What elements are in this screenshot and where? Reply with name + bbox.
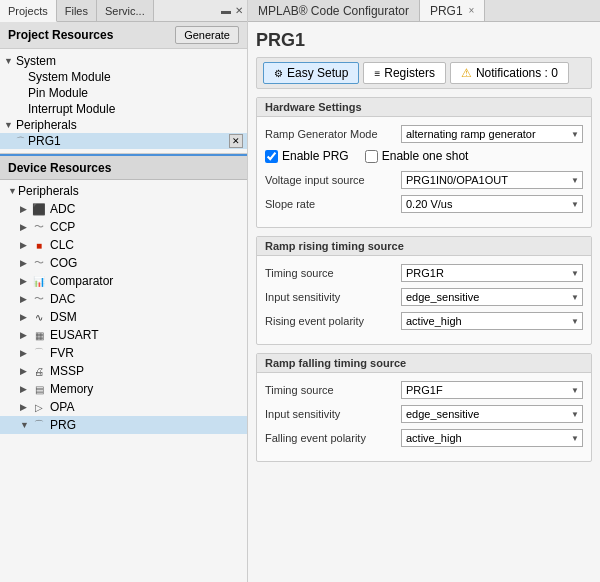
ccp-icon: 〜 [30,220,48,234]
dev-item-eusart[interactable]: ▶ ▦ EUSART [0,326,247,344]
dev-item-memory[interactable]: ▶ ▤ Memory [0,380,247,398]
label-interrupt-module: Interrupt Module [28,102,243,116]
dev-arrow-peripherals: ▼ [8,186,18,196]
dev-item-peripherals[interactable]: ▼ Peripherals [0,182,247,200]
cog-icon: 〜 [30,256,48,270]
tab-services[interactable]: Servic... [97,0,154,21]
rising-input-sensitivity-select[interactable]: edge_sensitive [401,288,583,306]
dev-item-dac[interactable]: ▶ 〜 DAC [0,290,247,308]
enable-prg-checkbox[interactable] [265,150,278,163]
rising-timing-source-select[interactable]: PRG1R [401,264,583,282]
falling-timing-source-row: Timing source PRG1F [265,381,583,399]
sub-tab-registers[interactable]: ≡ Registers [363,62,446,84]
tree-item-system-module[interactable]: System Module [0,69,247,85]
dev-item-prg[interactable]: ▼ ⌒ PRG [0,416,247,434]
dev-label-ccp: CCP [50,220,75,234]
voltage-input-source-select[interactable]: PRG1IN0/OPA1OUT [401,171,583,189]
dev-arrow-fvr: ▶ [20,348,30,358]
rising-event-polarity-row: Rising event polarity active_high [265,312,583,330]
rising-timing-source-select-wrapper: PRG1R [401,264,583,282]
tree-item-peripherals[interactable]: ▼ Peripherals [0,117,247,133]
dev-arrow-eusart: ▶ [20,330,30,340]
mcc-tab-label: MPLAB® Code Configurator [258,4,409,18]
prg1-close-button[interactable]: ✕ [229,134,243,148]
tab-prg1[interactable]: PRG1 × [420,0,486,21]
dev-arrow-clc: ▶ [20,240,30,250]
right-content: PRG1 ⚙ Easy Setup ≡ Registers ⚠ Notifica… [248,22,600,582]
hardware-settings-body: Ramp Generator Mode alternating ramp gen… [257,117,591,227]
hardware-settings-title: Hardware Settings [257,98,591,117]
ramp-generator-mode-select[interactable]: alternating ramp generator [401,125,583,143]
tab-projects[interactable]: Projects [0,0,57,22]
falling-input-sensitivity-row: Input sensitivity edge_sensitive [265,405,583,423]
minimize-icon[interactable]: ▬ [221,5,231,16]
device-resources-title: Device Resources [8,161,111,175]
dev-arrow-prg: ▼ [20,420,30,430]
label-prg1: PRG1 [28,134,225,148]
ramp-rising-body: Timing source PRG1R Input sensitivity ed… [257,256,591,344]
rising-input-sensitivity-row: Input sensitivity edge_sensitive [265,288,583,306]
tree-item-system[interactable]: ▼ System [0,53,247,69]
dev-item-opa[interactable]: ▶ ▷ OPA [0,398,247,416]
close-icon[interactable]: ✕ [235,5,243,16]
label-pin-module: Pin Module [28,86,243,100]
label-peripherals: Peripherals [16,118,243,132]
falling-timing-source-select-wrapper: PRG1F [401,381,583,399]
dev-label-comparator: Comparator [50,274,113,288]
ramp-falling-section: Ramp falling timing source Timing source… [256,353,592,462]
sub-tab-bar: ⚙ Easy Setup ≡ Registers ⚠ Notifications… [256,57,592,89]
enable-one-shot-checkbox-label: Enable one shot [365,149,469,163]
voltage-input-source-row: Voltage input source PRG1IN0/OPA1OUT [265,171,583,189]
dev-label-dac: DAC [50,292,75,306]
sub-tab-notifications[interactable]: ⚠ Notifications : 0 [450,62,569,84]
slope-rate-select[interactable]: 0.20 V/us [401,195,583,213]
enable-one-shot-checkbox[interactable] [365,150,378,163]
rising-timing-source-label: Timing source [265,267,395,279]
slope-rate-select-wrapper: 0.20 V/us [401,195,583,213]
dev-item-cog[interactable]: ▶ 〜 COG [0,254,247,272]
dev-arrow-adc: ▶ [20,204,30,214]
tree-item-interrupt-module[interactable]: Interrupt Module [0,101,247,117]
dev-item-clc[interactable]: ▶ ■ CLC [0,236,247,254]
right-tab-bar: MPLAB® Code Configurator PRG1 × [248,0,600,22]
dev-item-comparator[interactable]: ▶ 📊 Comparator [0,272,247,290]
dev-item-ccp[interactable]: ▶ 〜 CCP [0,218,247,236]
dev-item-adc[interactable]: ▶ ⬛ ADC [0,200,247,218]
device-resources-header: Device Resources [0,154,247,180]
dev-item-mssp[interactable]: ▶ 🖨 MSSP [0,362,247,380]
left-panel: Projects Files Servic... ▬ ✕ Project Res… [0,0,248,582]
falling-event-polarity-select-wrapper: active_high [401,429,583,447]
falling-event-polarity-select[interactable]: active_high [401,429,583,447]
rising-input-sensitivity-label: Input sensitivity [265,291,395,303]
easy-setup-icon: ⚙ [274,68,283,79]
project-resources-title: Project Resources [8,28,113,42]
device-resources-section: Device Resources ▼ Peripherals ▶ ⬛ ADC ▶… [0,154,247,582]
tree-item-pin-module[interactable]: Pin Module [0,85,247,101]
rising-timing-source-row: Timing source PRG1R [265,264,583,282]
falling-input-sensitivity-select[interactable]: edge_sensitive [401,405,583,423]
dev-item-fvr[interactable]: ▶ ⌒ FVR [0,344,247,362]
clc-icon: ■ [30,240,48,251]
hardware-settings-section: Hardware Settings Ramp Generator Mode al… [256,97,592,228]
fvr-icon: ⌒ [30,346,48,360]
memory-icon: ▤ [30,384,48,395]
rising-event-polarity-select[interactable]: active_high [401,312,583,330]
dev-item-dsm[interactable]: ▶ ∿ DSM [0,308,247,326]
falling-timing-source-select[interactable]: PRG1F [401,381,583,399]
prg1-tab-close[interactable]: × [469,5,475,16]
tab-files[interactable]: Files [57,0,97,21]
falling-input-sensitivity-label: Input sensitivity [265,408,395,420]
ramp-falling-body: Timing source PRG1F Input sensitivity ed… [257,373,591,461]
generate-button[interactable]: Generate [175,26,239,44]
falling-event-polarity-row: Falling event polarity active_high [265,429,583,447]
dev-arrow-cog: ▶ [20,258,30,268]
arrow-peripherals: ▼ [4,120,16,130]
ramp-rising-title: Ramp rising timing source [257,237,591,256]
label-system-module: System Module [28,70,243,84]
sub-tab-easy-setup[interactable]: ⚙ Easy Setup [263,62,359,84]
tab-mcc[interactable]: MPLAB® Code Configurator [248,0,420,21]
tree-item-prg1[interactable]: ⌒ PRG1 ✕ [0,133,247,149]
dev-label-prg: PRG [50,418,76,432]
ramp-rising-section: Ramp rising timing source Timing source … [256,236,592,345]
prg-icon: ⌒ [30,418,48,432]
